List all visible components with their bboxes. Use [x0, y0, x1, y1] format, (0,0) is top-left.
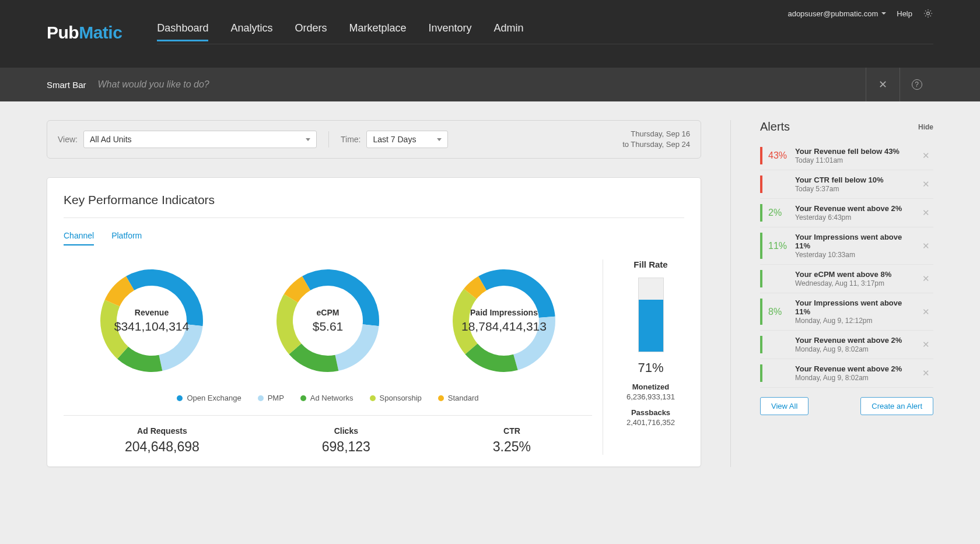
- alert-indicator: [760, 364, 762, 382]
- time-label: Time:: [341, 135, 360, 144]
- caret-down-icon: [881, 12, 886, 15]
- kpi-tab-platform[interactable]: Platform: [111, 231, 142, 245]
- alerts-panel: Alerts Hide 43%Your Revenue fell below 4…: [730, 120, 933, 467]
- create-alert-button[interactable]: Create an Alert: [860, 397, 933, 415]
- alert-percent: 8%: [768, 307, 795, 317]
- metric-clicks: Clicks698,123: [322, 426, 370, 455]
- passbacks-label: Passbacks: [617, 408, 684, 417]
- alert-dismiss-button[interactable]: ✕: [919, 273, 933, 284]
- user-menu[interactable]: adopsuser@pubmatic.com: [788, 9, 886, 18]
- smart-bar-clear-button[interactable]: ✕: [866, 68, 900, 101]
- nav-orders[interactable]: Orders: [295, 22, 327, 41]
- time-select[interactable]: Last 7 Days: [366, 131, 448, 148]
- alert-dismiss-button[interactable]: ✕: [919, 179, 933, 189]
- alert-dismiss-button[interactable]: ✕: [919, 150, 933, 161]
- top-header: adopsuser@pubmatic.com Help PubMatic Das…: [0, 0, 980, 68]
- nav-admin[interactable]: Admin: [494, 22, 524, 41]
- caret-down-icon: [306, 138, 310, 141]
- main-nav: DashboardAnalyticsOrdersMarketplaceInven…: [157, 21, 933, 44]
- alert-item[interactable]: Your CTR fell below 10%Today 5:37am✕: [760, 170, 933, 199]
- swatch-icon: [300, 395, 306, 401]
- smart-bar: Smart Bar ✕ ?: [0, 68, 980, 101]
- kpi-title: Key Performance Indicators: [64, 193, 684, 207]
- passbacks-value: 2,401,716,352: [617, 418, 684, 427]
- nav-analytics[interactable]: Analytics: [230, 22, 272, 41]
- alert-item[interactable]: Your eCPM went above 8%Wednesday, Aug 11…: [760, 265, 933, 293]
- legend-item: Ad Networks: [300, 394, 354, 402]
- legend-item: Sponsorship: [370, 394, 422, 402]
- alerts-title: Alerts: [760, 120, 790, 134]
- fill-rate-title: Fill Rate: [617, 259, 684, 269]
- swatch-icon: [177, 395, 183, 401]
- donut-revenue: Revenue$341,104,314: [90, 259, 213, 382]
- view-all-button[interactable]: View All: [760, 397, 808, 415]
- swatch-icon: [438, 395, 444, 401]
- alert-item[interactable]: 8%Your Impressions went above 11%Monday,…: [760, 293, 933, 331]
- alert-indicator: [760, 204, 762, 222]
- alert-dismiss-button[interactable]: ✕: [919, 307, 933, 317]
- kpi-card: Key Performance Indicators ChannelPlatfo…: [47, 177, 701, 467]
- fill-rate-panel: Fill Rate 71% Monetized 6,236,933,131 Pa…: [603, 259, 684, 455]
- legend-item: PMP: [258, 394, 284, 402]
- alert-indicator: [760, 299, 762, 325]
- alert-item[interactable]: Your Revenue went above 2%Monday, Aug 9,…: [760, 331, 933, 359]
- legend-item: Open Exchange: [177, 394, 241, 402]
- alert-indicator: [760, 233, 762, 259]
- caret-down-icon: [437, 138, 442, 141]
- monetized-label: Monetized: [617, 382, 684, 391]
- view-select[interactable]: All Ad Units: [83, 131, 317, 148]
- alert-dismiss-button[interactable]: ✕: [919, 368, 933, 378]
- alert-item[interactable]: 43%Your Revenue fell below 43%Today 11:0…: [760, 142, 933, 170]
- alert-dismiss-button[interactable]: ✕: [919, 208, 933, 218]
- settings-gear-icon[interactable]: [923, 8, 933, 19]
- question-icon: ?: [912, 79, 922, 90]
- divider: [328, 131, 329, 148]
- donut-paid-impressions: Paid Impressions18,784,414,313: [443, 259, 565, 382]
- smart-bar-input[interactable]: [98, 79, 866, 90]
- alert-item[interactable]: Your Revenue went above 2%Monday, Aug 9,…: [760, 359, 933, 388]
- kpi-tab-channel[interactable]: Channel: [64, 231, 94, 245]
- alert-indicator: [760, 270, 762, 287]
- swatch-icon: [370, 395, 376, 401]
- date-range: Thursday, Sep 16 to Thursday, Sep 24: [622, 129, 690, 150]
- alert-item[interactable]: 2%Your Revenue went above 2%Yesterday 6:…: [760, 199, 933, 227]
- alert-indicator: [760, 147, 762, 164]
- fill-rate-bar-fill: [639, 300, 663, 352]
- filter-bar: View: All Ad Units Time: Last 7 Days Thu…: [47, 120, 701, 159]
- metric-ctr: CTR3.25%: [493, 426, 531, 455]
- kpi-tabs: ChannelPlatform: [64, 231, 684, 245]
- alerts-list: 43%Your Revenue fell below 43%Today 11:0…: [760, 142, 933, 388]
- monetized-value: 6,236,933,131: [617, 392, 684, 401]
- nav-dashboard[interactable]: Dashboard: [157, 22, 208, 41]
- fill-rate-bar: [638, 278, 664, 352]
- alert-percent: 11%: [768, 241, 795, 251]
- fill-rate-percent: 71%: [617, 360, 684, 375]
- alert-dismiss-button[interactable]: ✕: [919, 339, 933, 350]
- nav-inventory[interactable]: Inventory: [429, 22, 472, 41]
- legend-item: Standard: [438, 394, 479, 402]
- svg-point-0: [927, 12, 930, 15]
- metric-ad-requests: Ad Requests204,648,698: [125, 426, 200, 455]
- legend: Open ExchangePMPAd NetworksSponsorshipSt…: [64, 394, 592, 416]
- alert-indicator: [760, 176, 762, 193]
- smart-bar-label: Smart Bar: [47, 80, 86, 90]
- alert-dismiss-button[interactable]: ✕: [919, 241, 933, 251]
- alert-percent: 2%: [768, 208, 795, 218]
- smart-bar-help-button[interactable]: ?: [900, 68, 933, 101]
- view-label: View:: [58, 135, 78, 144]
- alert-item[interactable]: 11%Your Impressions went above 11%Yester…: [760, 227, 933, 265]
- swatch-icon: [258, 395, 264, 401]
- user-email: adopsuser@pubmatic.com: [788, 9, 878, 18]
- logo[interactable]: PubMatic: [47, 23, 122, 43]
- help-link[interactable]: Help: [897, 9, 912, 18]
- alerts-hide-button[interactable]: Hide: [918, 123, 933, 131]
- alert-indicator: [760, 336, 762, 353]
- alert-percent: 43%: [768, 150, 795, 161]
- nav-marketplace[interactable]: Marketplace: [349, 22, 406, 41]
- donut-ecpm: eCPM$5.61: [267, 259, 389, 382]
- close-icon: ✕: [878, 78, 887, 91]
